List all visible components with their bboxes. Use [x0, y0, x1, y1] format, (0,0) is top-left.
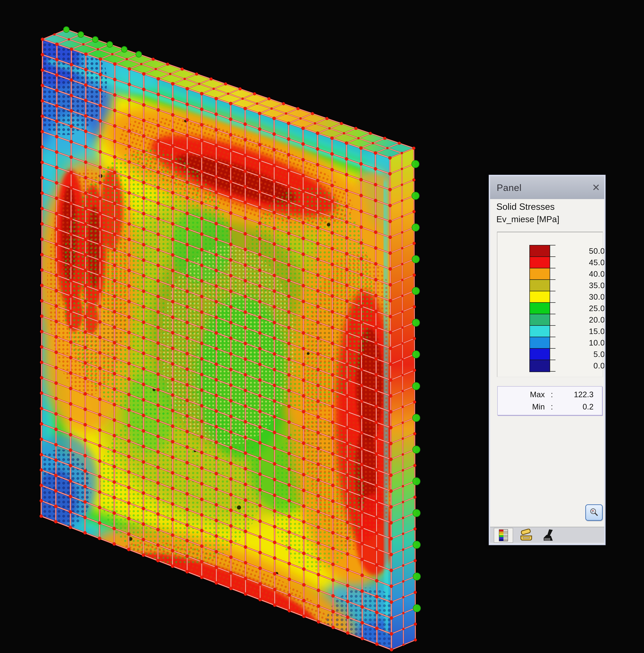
legend-value-label: 40.0	[553, 268, 604, 280]
panel-zoom-button[interactable]	[585, 504, 603, 521]
legend-value-label: 50.0	[553, 245, 604, 257]
legend-value-label: 0.0	[553, 360, 604, 371]
panel-titlebar[interactable]: Panel ✕	[490, 176, 604, 199]
close-icon[interactable]: ✕	[592, 183, 600, 192]
factors-icon	[519, 529, 533, 542]
legend-swatch	[530, 303, 550, 314]
legend-swatch	[530, 349, 550, 360]
min-row: Min : 0.2	[498, 401, 602, 413]
color-spectrum-icon	[499, 529, 508, 541]
tab-filter[interactable]	[540, 528, 556, 543]
result-category-label: Solid Stresses	[497, 201, 555, 212]
legend-swatch	[530, 280, 550, 291]
panel-tabstrip	[490, 527, 604, 544]
legend-value-label: 25.0	[553, 303, 604, 314]
legend-swatch	[530, 291, 550, 303]
min-value: 0.2	[559, 402, 594, 411]
legend-value-label: 5.0	[553, 349, 604, 360]
tab-color-spectrum[interactable]	[494, 528, 513, 543]
min-colon: :	[545, 402, 559, 411]
legend-value-label: 30.0	[553, 291, 604, 303]
legend-value-label: 45.0	[553, 257, 604, 268]
magnifier-icon	[589, 507, 599, 518]
color-scale-groupbox: 50.045.040.035.030.025.020.015.010.05.00…	[497, 232, 603, 377]
legend-swatch	[530, 337, 550, 349]
max-label: Max	[498, 390, 545, 399]
legend-value-label: 35.0	[553, 280, 604, 291]
panel-title: Panel	[490, 182, 522, 193]
legend-swatch	[530, 257, 550, 268]
legend-swatch-column	[529, 245, 550, 372]
legend-swatch	[530, 314, 550, 326]
filter-brush-icon	[541, 529, 555, 542]
legend-value-label: 10.0	[553, 337, 604, 349]
min-label: Min	[498, 402, 545, 411]
legend-value-label: 15.0	[553, 326, 604, 337]
tab-factors[interactable]	[518, 528, 534, 543]
max-value: 122.3	[559, 390, 594, 399]
panel-content: Solid Stresses Ev_miese [MPa] 50.045.040…	[490, 199, 604, 544]
legend-swatch	[530, 245, 550, 257]
max-colon: :	[545, 390, 559, 399]
max-row: Max : 122.3	[498, 388, 602, 401]
legend-value-label: 20.0	[553, 314, 604, 326]
legend-swatch	[530, 268, 550, 280]
panel-window: Panel ✕ Solid Stresses Ev_miese [MPa] 50…	[489, 175, 606, 545]
result-quantity-label: Ev_miese [MPa]	[497, 214, 559, 224]
viewport-background: Panel ✕ Solid Stresses Ev_miese [MPa] 50…	[0, 0, 644, 653]
extreme-values-box: Max : 122.3 Min : 0.2	[497, 386, 602, 415]
legend-swatch	[530, 360, 550, 371]
legend-swatch	[530, 326, 550, 337]
